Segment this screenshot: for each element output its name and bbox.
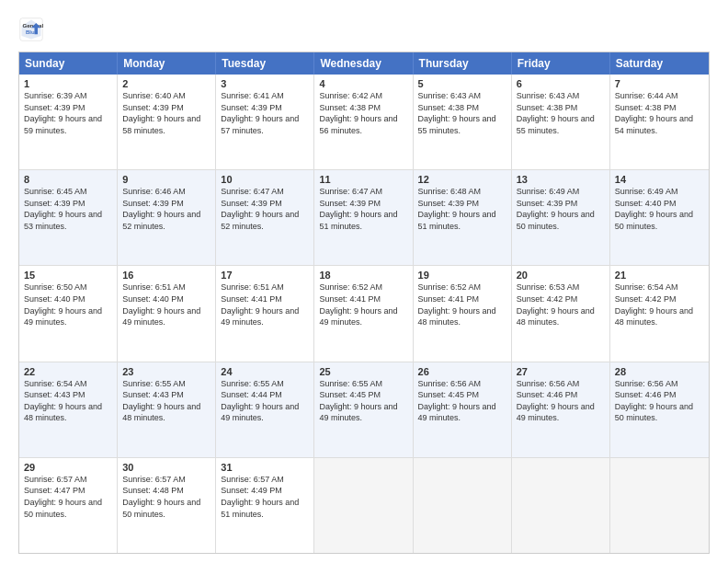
day-number: 8 (24, 174, 112, 185)
calendar-row-4: 22 Sunrise: 6:54 AM Sunset: 4:43 PM Dayl… (19, 362, 709, 457)
day-cell-8: 8 Sunrise: 6:45 AM Sunset: 4:39 PM Dayli… (19, 170, 118, 265)
day-info: Sunrise: 6:54 AM Sunset: 4:42 PM Dayligh… (615, 282, 704, 327)
header-day-thursday: Thursday (414, 52, 512, 75)
day-number: 7 (615, 78, 704, 89)
day-info: Sunrise: 6:55 AM Sunset: 4:43 PM Dayligh… (122, 378, 210, 424)
day-cell-20: 20 Sunrise: 6:53 AM Sunset: 4:42 PM Dayl… (512, 266, 610, 361)
day-number: 22 (24, 366, 112, 377)
day-number: 14 (615, 174, 704, 185)
day-number: 25 (319, 366, 407, 377)
day-info: Sunrise: 6:43 AM Sunset: 4:38 PM Dayligh… (517, 90, 605, 136)
day-info: Sunrise: 6:52 AM Sunset: 4:41 PM Dayligh… (319, 282, 407, 327)
empty-cell-4-3 (314, 458, 413, 553)
day-info: Sunrise: 6:53 AM Sunset: 4:42 PM Dayligh… (517, 282, 605, 327)
day-cell-26: 26 Sunrise: 6:56 AM Sunset: 4:45 PM Dayl… (414, 362, 512, 457)
day-cell-19: 19 Sunrise: 6:52 AM Sunset: 4:41 PM Dayl… (414, 266, 512, 361)
day-number: 9 (122, 174, 210, 185)
day-cell-14: 14 Sunrise: 6:49 AM Sunset: 4:40 PM Dayl… (610, 170, 709, 265)
calendar-row-3: 15 Sunrise: 6:50 AM Sunset: 4:40 PM Dayl… (19, 265, 709, 361)
day-number: 4 (319, 78, 407, 89)
empty-cell-4-5 (512, 458, 610, 553)
day-info: Sunrise: 6:42 AM Sunset: 4:38 PM Dayligh… (319, 90, 407, 136)
calendar-body: 1 Sunrise: 6:39 AM Sunset: 4:39 PM Dayli… (19, 75, 709, 553)
calendar-row-5: 29 Sunrise: 6:57 AM Sunset: 4:47 PM Dayl… (19, 457, 709, 553)
day-info: Sunrise: 6:40 AM Sunset: 4:39 PM Dayligh… (122, 90, 210, 136)
day-info: Sunrise: 6:47 AM Sunset: 4:39 PM Dayligh… (221, 186, 309, 232)
day-number: 6 (517, 78, 605, 89)
day-number: 30 (122, 462, 210, 473)
empty-cell-4-6 (610, 458, 709, 553)
day-info: Sunrise: 6:48 AM Sunset: 4:39 PM Dayligh… (418, 186, 506, 232)
day-info: Sunrise: 6:52 AM Sunset: 4:41 PM Dayligh… (418, 282, 506, 327)
day-cell-10: 10 Sunrise: 6:47 AM Sunset: 4:39 PM Dayl… (216, 170, 314, 265)
day-info: Sunrise: 6:57 AM Sunset: 4:47 PM Dayligh… (24, 474, 112, 520)
day-cell-16: 16 Sunrise: 6:51 AM Sunset: 4:40 PM Dayl… (118, 266, 216, 361)
header-day-monday: Monday (118, 52, 216, 75)
day-info: Sunrise: 6:49 AM Sunset: 4:39 PM Dayligh… (517, 186, 605, 232)
calendar-header: SundayMondayTuesdayWednesdayThursdayFrid… (19, 52, 709, 75)
day-number: 16 (122, 270, 210, 281)
day-cell-13: 13 Sunrise: 6:49 AM Sunset: 4:39 PM Dayl… (512, 170, 610, 265)
calendar-row-1: 1 Sunrise: 6:39 AM Sunset: 4:39 PM Dayli… (19, 75, 709, 169)
day-cell-18: 18 Sunrise: 6:52 AM Sunset: 4:41 PM Dayl… (314, 266, 413, 361)
day-cell-5: 5 Sunrise: 6:43 AM Sunset: 4:38 PM Dayli… (414, 75, 512, 169)
logo-icon: General Blue (18, 17, 44, 42)
day-cell-23: 23 Sunrise: 6:55 AM Sunset: 4:43 PM Dayl… (118, 362, 216, 457)
calendar-row-2: 8 Sunrise: 6:45 AM Sunset: 4:39 PM Dayli… (19, 169, 709, 265)
day-cell-27: 27 Sunrise: 6:56 AM Sunset: 4:46 PM Dayl… (512, 362, 610, 457)
day-cell-7: 7 Sunrise: 6:44 AM Sunset: 4:38 PM Dayli… (610, 75, 709, 169)
header-day-tuesday: Tuesday (216, 52, 314, 75)
header: General Blue (18, 17, 710, 42)
day-info: Sunrise: 6:44 AM Sunset: 4:38 PM Dayligh… (615, 90, 704, 136)
day-number: 1 (24, 78, 112, 89)
day-number: 24 (221, 366, 309, 377)
day-cell-25: 25 Sunrise: 6:55 AM Sunset: 4:45 PM Dayl… (314, 362, 413, 457)
day-number: 11 (319, 174, 407, 185)
day-info: Sunrise: 6:50 AM Sunset: 4:40 PM Dayligh… (24, 282, 112, 327)
day-cell-22: 22 Sunrise: 6:54 AM Sunset: 4:43 PM Dayl… (19, 362, 118, 457)
day-number: 19 (418, 270, 506, 281)
day-info: Sunrise: 6:57 AM Sunset: 4:48 PM Dayligh… (122, 474, 210, 520)
day-cell-30: 30 Sunrise: 6:57 AM Sunset: 4:48 PM Dayl… (118, 458, 216, 553)
day-cell-6: 6 Sunrise: 6:43 AM Sunset: 4:38 PM Dayli… (512, 75, 610, 169)
day-number: 3 (221, 78, 309, 89)
day-info: Sunrise: 6:56 AM Sunset: 4:46 PM Dayligh… (615, 378, 704, 424)
day-cell-15: 15 Sunrise: 6:50 AM Sunset: 4:40 PM Dayl… (19, 266, 118, 361)
day-number: 18 (319, 270, 407, 281)
calendar: SundayMondayTuesdayWednesdayThursdayFrid… (18, 52, 710, 554)
day-cell-4: 4 Sunrise: 6:42 AM Sunset: 4:38 PM Dayli… (314, 75, 413, 169)
day-number: 17 (221, 270, 309, 281)
header-day-saturday: Saturday (610, 52, 709, 75)
day-cell-17: 17 Sunrise: 6:51 AM Sunset: 4:41 PM Dayl… (216, 266, 314, 361)
day-number: 12 (418, 174, 506, 185)
day-number: 10 (221, 174, 309, 185)
empty-cell-4-4 (414, 458, 512, 553)
logo: General Blue (18, 17, 48, 42)
header-day-friday: Friday (512, 52, 610, 75)
day-info: Sunrise: 6:55 AM Sunset: 4:45 PM Dayligh… (319, 378, 407, 424)
day-number: 31 (221, 462, 309, 473)
day-number: 26 (418, 366, 506, 377)
day-info: Sunrise: 6:45 AM Sunset: 4:39 PM Dayligh… (24, 186, 112, 232)
day-number: 27 (517, 366, 605, 377)
header-day-sunday: Sunday (19, 52, 118, 75)
day-cell-24: 24 Sunrise: 6:55 AM Sunset: 4:44 PM Dayl… (216, 362, 314, 457)
day-cell-29: 29 Sunrise: 6:57 AM Sunset: 4:47 PM Dayl… (19, 458, 118, 553)
day-cell-9: 9 Sunrise: 6:46 AM Sunset: 4:39 PM Dayli… (118, 170, 216, 265)
day-cell-3: 3 Sunrise: 6:41 AM Sunset: 4:39 PM Dayli… (216, 75, 314, 169)
day-info: Sunrise: 6:51 AM Sunset: 4:40 PM Dayligh… (122, 282, 210, 327)
day-number: 23 (122, 366, 210, 377)
day-info: Sunrise: 6:47 AM Sunset: 4:39 PM Dayligh… (319, 186, 407, 232)
day-info: Sunrise: 6:56 AM Sunset: 4:46 PM Dayligh… (517, 378, 605, 424)
header-day-wednesday: Wednesday (314, 52, 413, 75)
day-info: Sunrise: 6:46 AM Sunset: 4:39 PM Dayligh… (122, 186, 210, 232)
day-info: Sunrise: 6:55 AM Sunset: 4:44 PM Dayligh… (221, 378, 309, 424)
day-cell-28: 28 Sunrise: 6:56 AM Sunset: 4:46 PM Dayl… (610, 362, 709, 457)
day-number: 21 (615, 270, 704, 281)
day-number: 28 (615, 366, 704, 377)
day-cell-12: 12 Sunrise: 6:48 AM Sunset: 4:39 PM Dayl… (414, 170, 512, 265)
day-number: 29 (24, 462, 112, 473)
day-info: Sunrise: 6:54 AM Sunset: 4:43 PM Dayligh… (24, 378, 112, 424)
day-number: 2 (122, 78, 210, 89)
day-info: Sunrise: 6:43 AM Sunset: 4:38 PM Dayligh… (418, 90, 506, 136)
